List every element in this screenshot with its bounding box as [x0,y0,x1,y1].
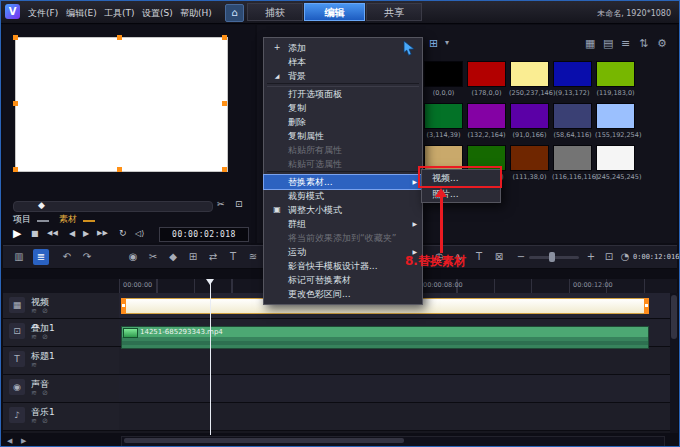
track-fx-icon[interactable]: ≋ [31,417,42,425]
preview-canvas[interactable] [15,37,228,172]
menu-item-crop-mode[interactable]: 裁剪模式 [264,189,422,203]
color-swatch[interactable] [596,103,635,129]
go-start-button[interactable]: ◀◀ [47,229,58,237]
playhead-marker[interactable] [206,279,214,285]
video-track-header[interactable]: ▦ 视频 ≋⊘ [3,293,120,319]
trim-marker-icon[interactable]: ◆ [38,200,45,210]
project-duration-icon[interactable]: ◔ [617,249,633,265]
selection-handle[interactable] [117,35,122,40]
track-fx-icon[interactable]: ≋ [31,333,42,341]
color-swatch[interactable] [553,61,592,87]
timeline-view-icon[interactable]: ≣ [33,249,49,265]
menu-item-add[interactable]: +添加 [264,41,422,55]
system-volume-icon[interactable]: ◁⟩ [135,229,144,238]
color-swatch[interactable] [510,61,549,87]
timeline-zoom-slider[interactable] [529,256,579,259]
color-swatch[interactable] [596,145,635,171]
track-fx-icon[interactable]: ≋ [31,307,42,315]
menu-item-resize-mode[interactable]: ▣调整大小模式 [264,203,422,217]
selection-handle[interactable] [13,167,18,172]
submenu-item-photo[interactable]: 照片... [422,186,500,202]
menu-item-sample[interactable]: 样本 [264,55,422,69]
prev-frame-button[interactable]: ◀ [69,229,75,238]
v-scroll-thumb[interactable] [671,295,677,339]
enlarge-preview-icon[interactable]: ⊡ [235,199,243,209]
menu-item-group[interactable]: 群组▶ [264,217,422,231]
menu-item-delete[interactable]: 删除 [264,115,422,129]
mode-project-button[interactable]: 项目 [13,213,31,226]
color-swatch[interactable] [553,145,592,171]
menu-item-background[interactable]: ◢背景 [264,69,422,83]
color-swatch[interactable] [553,103,592,129]
track-fx-icon[interactable]: ≋ [31,389,42,397]
clip-trim-handle-right[interactable] [644,298,649,314]
zoom-slider-thumb[interactable] [549,252,555,262]
menu-item-replace-clip[interactable]: 替换素材...▶ [264,175,422,189]
track-mute-icon[interactable]: ⊘ [42,307,53,315]
tab-edit[interactable]: 编辑 [304,3,365,21]
selection-handle[interactable] [222,35,227,40]
selection-handle[interactable] [117,167,122,172]
menu-tools[interactable]: 工具(T) [101,6,138,21]
scroll-left-icon[interactable]: ◀ [7,437,12,445]
scroll-right-icon[interactable]: ▶ [21,437,26,445]
menu-item-open-options-panel[interactable]: 打开选项面板 [264,87,422,101]
horizontal-scrollbar[interactable] [121,436,665,447]
split-clip-icon[interactable]: ✂ [145,249,161,265]
sound-mixer-icon[interactable]: ≋ [245,249,261,265]
color-swatch[interactable] [424,61,463,87]
menu-settings[interactable]: 设置(S) [139,6,176,21]
redo-icon[interactable]: ↷ [79,249,95,265]
tab-capture[interactable]: 捕获 [247,3,303,21]
track-mute-icon[interactable]: ⊘ [42,389,53,397]
tab-share[interactable]: 共享 [366,3,422,21]
clip-volume-band[interactable] [122,341,648,345]
clip-trim-handle-left[interactable] [121,298,126,314]
overlay-track-header[interactable]: ⊡ 叠加1 ≋⊘ [3,319,120,347]
import-media-icon[interactable]: ⊞ [429,37,438,50]
color-swatch[interactable] [510,103,549,129]
music-track-header[interactable]: ♪ 音乐1 ≋⊘ [3,403,120,431]
selection-handle[interactable] [222,101,227,106]
chapter-marker-icon[interactable]: ◆ [165,249,181,265]
repeat-button[interactable]: ↻ [119,228,127,238]
selection-handle[interactable] [13,101,18,106]
color-swatch[interactable] [510,145,549,171]
dropdown-icon[interactable]: ▾ [445,38,449,47]
zoom-out-icon[interactable]: − [513,249,529,265]
home-icon[interactable]: ⌂ [225,4,244,22]
menu-file[interactable]: 文件(F) [25,6,61,21]
play-button[interactable]: ▶ [13,227,21,240]
undo-icon[interactable]: ↶ [59,249,75,265]
menu-item-motion[interactable]: 运动▶ [264,245,422,259]
playhead[interactable] [210,279,211,435]
thumbnail-view-icon[interactable]: ▤ [603,37,613,50]
title-track-header[interactable]: T 标题1 ≋ [3,347,120,375]
menu-item-fastflick-designer[interactable]: 影音快手模板设计器... [264,259,422,273]
subtitle-editor-icon[interactable]: T [225,249,241,265]
trim-bar[interactable]: ◆ [13,201,213,212]
options-gear-icon[interactable]: ⚙ [657,37,667,50]
voice-track-header[interactable]: ◉ 声音 ≋⊘ [3,375,120,403]
menu-help[interactable]: 帮助(H) [177,6,215,21]
selection-handle[interactable] [13,35,18,40]
color-swatch[interactable] [467,103,506,129]
sort-icon[interactable]: ⇅ [639,37,648,50]
ripple-edit-icon[interactable]: ⇄ [205,249,221,265]
color-swatch[interactable] [424,103,463,129]
vertical-scrollbar[interactable] [670,293,678,433]
h-scroll-thumb[interactable] [124,438,404,443]
track-fx-icon[interactable]: ≋ [31,361,42,369]
storyboard-view-icon[interactable]: ▥ [11,249,27,265]
fit-project-icon[interactable]: ⊡ [601,249,617,265]
overlay-video-clip[interactable]: 14251-685293343.mp4 [121,326,649,349]
music-track-lane[interactable] [119,403,677,431]
next-frame-button[interactable]: ▶ [83,229,89,238]
zoom-in-icon[interactable]: + [583,249,599,265]
stop-button[interactable]: ■ [31,229,39,238]
track-mute-icon[interactable]: ⊘ [42,333,53,341]
voice-track-lane[interactable] [119,375,677,403]
grid-view-icon[interactable]: ▦ [585,37,595,50]
split-clip-icon[interactable]: ✂ [217,199,225,209]
track-mute-icon[interactable]: ⊘ [42,417,53,425]
